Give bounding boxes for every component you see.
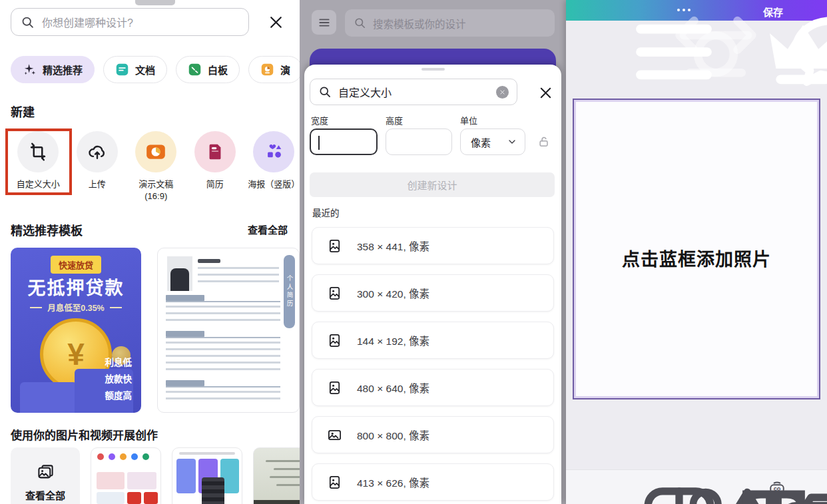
pedestal-graphic [20,382,77,413]
size-text: 800 × 800, 像素 [357,427,429,442]
media-thumbnail[interactable] [253,447,300,504]
share-button[interactable] [803,2,820,19]
new-item-label: 上传 [89,178,106,190]
menu-button[interactable] [312,10,336,35]
elements-tool-button[interactable] [627,479,644,496]
stock-tool-button[interactable]: co [768,479,786,496]
resume-section-bar [166,331,204,337]
category-chips: 精选推荐 文档 白板 演 [11,56,300,83]
media-section-title: 使用你的图片和视频开展创作 [11,426,158,443]
portrait-image-icon [327,333,342,348]
portrait-image-icon [327,475,342,490]
size-text: 358 × 441, 像素 [357,238,429,253]
size-search-input[interactable]: 自定义大小 [310,79,517,105]
create-design-button[interactable]: 创建新设计 [310,172,555,197]
thumbnail-graphic [97,453,160,460]
new-item-poster[interactable]: 海报（竖版） [244,131,300,202]
templates-view-all-link[interactable]: 查看全部 [248,222,288,236]
size-text: 300 × 420, 像素 [357,286,429,300]
template-search-input[interactable]: 搜索模板或你的设计 [345,9,555,37]
new-item-label: 海报（竖版） [248,178,300,190]
save-button[interactable]: 保存 [763,5,783,19]
chip-label: 演 [280,63,290,77]
design-canvas[interactable]: 点击蓝框添加照片 [573,99,820,399]
resume-lines [198,267,279,287]
drag-handle[interactable] [421,68,445,71]
sheet-grip [135,0,175,5]
search-icon [354,17,366,29]
clear-search-button[interactable] [496,86,509,99]
height-field[interactable] [386,128,452,155]
loan-poster-template[interactable]: 快速放贷 无抵押贷款 月息低至0.35% ¥ 利息低 放款快 额度高 [11,248,141,413]
size-text: 480 × 640, 像素 [357,380,429,395]
lock-open-icon[interactable] [537,135,551,148]
more-button[interactable] [677,9,690,11]
shapes-cluster-icon [264,142,284,162]
new-item-resume[interactable]: 简历 [186,131,245,202]
chip-label: 精选推荐 [43,63,83,77]
templates-tool-button[interactable] [579,479,597,496]
close-icon [268,14,284,31]
recent-size-item[interactable]: 300 × 420, 像素 [312,274,554,312]
resume-lines [166,391,280,404]
resume-name-line [198,259,220,263]
new-item-label: 演示文稿(16:9) [138,178,173,202]
landscape-image-icon [327,427,342,443]
upload-tool-button[interactable] [816,479,827,496]
search-placeholder: 你想创建哪种设计? [42,14,133,30]
new-item-upload[interactable]: 上传 [68,131,127,202]
resume-lines [166,306,280,326]
resume-rule [166,337,280,338]
size-text: 413 × 626, 像素 [357,475,429,489]
chip-docs[interactable]: 文档 [103,56,167,83]
comments-button[interactable] [732,2,748,19]
portrait-image-icon [327,286,342,301]
unit-select[interactable]: 像素 [460,128,525,155]
resume-section-bar [166,380,204,386]
media-view-all-label: 查看全部 [25,488,65,502]
whiteboard-icon [188,63,202,77]
custom-size-overlay: 搜索模板或你的设计 自定义大小 宽度 高度 单位 像素 [300,0,566,504]
chip-label: 白板 [208,63,228,77]
chip-presentation[interactable]: 演 [248,56,300,83]
width-field[interactable] [310,128,378,155]
media-thumbnail[interactable] [172,447,242,504]
poster-title: 无抵押贷款 [11,274,141,300]
chip-whiteboard[interactable]: 白板 [176,56,240,83]
images-icon [37,463,55,481]
width-label: 宽度 [311,114,328,126]
undo-button[interactable] [603,2,619,19]
recent-size-item[interactable]: 413 × 626, 像素 [312,463,554,501]
chip-featured[interactable]: 精选推荐 [11,56,95,83]
crop-icon [28,142,48,162]
sheet-close-button[interactable] [536,83,555,102]
editor-toolbar: 保存 [566,0,827,21]
poster-bullets: 利息低 放款快 额度高 [105,355,133,405]
sparkle-icon [23,63,37,77]
new-design-row: 自定义大小 上传 演示文稿(16:9) 简历 [9,131,300,202]
menu-button[interactable] [574,2,591,19]
resume-template[interactable]: 个人简历 [157,248,300,413]
camera-tool-button[interactable] [721,479,738,496]
redo-button[interactable] [629,2,646,19]
new-item-custom-size[interactable]: 自定义大小 [9,131,68,202]
recent-size-item[interactable]: 144 × 192, 像素 [312,322,554,359]
media-thumbnail[interactable] [91,447,161,504]
new-item-label: 自定义大小 [17,178,60,190]
resume-rule [166,386,280,387]
search-placeholder: 搜索模板或你的设计 [373,16,466,31]
editor-panel: 保存 点击蓝框添加照片 co [566,0,827,504]
size-text: 144 × 192, 像素 [357,333,429,348]
premium-button[interactable] [703,2,720,19]
new-item-presentation[interactable]: 演示文稿(16:9) [127,131,186,202]
recent-size-item[interactable]: 358 × 441, 像素 [312,227,554,264]
search-icon [21,15,35,29]
unit-label: 单位 [460,114,477,126]
media-view-all-tile[interactable]: 查看全部 [11,447,80,504]
recent-size-item[interactable]: 800 × 800, 像素 [312,416,554,453]
close-button[interactable] [261,7,290,37]
text-tool-button[interactable] [674,479,691,496]
recent-size-item[interactable]: 480 × 640, 像素 [312,369,554,406]
design-search-input[interactable]: 你想创建哪种设计? [11,8,249,36]
create-panel: 你想创建哪种设计? 精选推荐 文档 白板 演 新建 [0,0,300,504]
